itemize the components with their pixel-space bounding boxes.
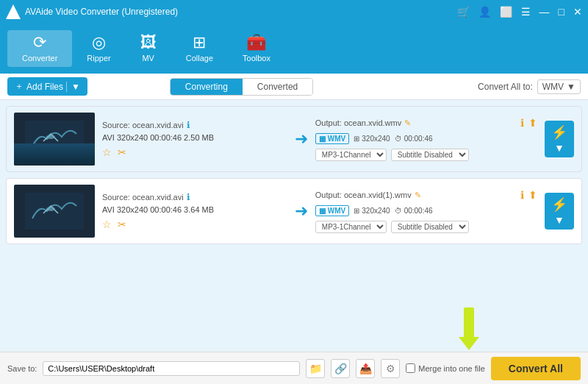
format-badge-label-2: WMV bbox=[328, 207, 345, 215]
save-path-input[interactable] bbox=[43, 361, 300, 376]
merge-label: Merge into one file bbox=[418, 364, 485, 373]
output-label-2: Output: ocean.xvid(1).wmv bbox=[315, 191, 412, 199]
res-value-1: 320x240 bbox=[362, 135, 390, 143]
convert-side-icon-1: ⚡ bbox=[551, 124, 567, 141]
close-icon[interactable]: ✕ bbox=[573, 6, 582, 18]
maximize-icon[interactable]: □ bbox=[559, 6, 564, 18]
add-files-label: Add Files bbox=[26, 82, 63, 92]
res-icon-1: ⊞ bbox=[354, 135, 359, 143]
file-meta-1: AVI 320x240 00:00:46 2.50 MB bbox=[102, 133, 287, 142]
format-badge-icon-2: ▦ bbox=[319, 207, 326, 215]
merge-checkbox-input[interactable] bbox=[406, 363, 415, 373]
convert-side-dropdown-1[interactable]: ▼ bbox=[554, 142, 564, 154]
source-label-2: Source: ocean.xvid.avi bbox=[102, 193, 184, 202]
format-badge-label-1: WMV bbox=[328, 135, 345, 143]
navbar: ⟳ Converter ◎ Ripper 🖼 MV ⊞ Collage 🧰 To… bbox=[0, 24, 588, 74]
toolbox-icon: 🧰 bbox=[246, 35, 266, 51]
svg-point-1 bbox=[46, 135, 55, 139]
subtitle-select-2[interactable]: Subtitle Disabled bbox=[391, 221, 469, 233]
output-name-row-1: Output: ocean.xvid.wmv ✎ ℹ ⬆ bbox=[315, 117, 537, 129]
user-icon[interactable]: 👤 bbox=[478, 6, 491, 18]
convert-all-to-label: Convert All to: bbox=[478, 82, 533, 92]
audio-select-2[interactable]: MP3-1Channel bbox=[315, 221, 387, 233]
nav-converter[interactable]: ⟳ Converter bbox=[7, 30, 72, 67]
nav-ripper-label: Ripper bbox=[87, 54, 110, 63]
settings-button[interactable]: ⚙ bbox=[381, 359, 400, 378]
titlebar-controls: 🛒 👤 ⬜ ☰ — □ ✕ bbox=[457, 6, 582, 18]
share-button[interactable]: 📤 bbox=[356, 359, 375, 378]
edit-icon-1[interactable]: ✎ bbox=[404, 118, 411, 128]
output-selects-2: MP3-1Channel Subtitle Disabled bbox=[315, 221, 537, 233]
time-value-1: 00:00:46 bbox=[404, 135, 433, 143]
clock-icon-2: ⏱ bbox=[395, 207, 402, 215]
clock-icon-1: ⏱ bbox=[395, 135, 402, 143]
output-label-1: Output: ocean.xvid.wmv bbox=[315, 118, 401, 127]
format-selector[interactable]: WMV ▼ bbox=[537, 79, 581, 94]
subtitle-select-1[interactable]: Subtitle Disabled bbox=[391, 149, 469, 161]
output-name-row-2: Output: ocean.xvid(1).wmv ✎ ℹ ⬆ bbox=[315, 189, 537, 201]
convert-all-to-section: Convert All to: WMV ▼ bbox=[478, 79, 581, 94]
format-value: WMV bbox=[542, 82, 564, 92]
time-value-2: 00:00:46 bbox=[404, 207, 433, 215]
convert-side-dropdown-2[interactable]: ▼ bbox=[554, 214, 564, 226]
output-info-2: Output: ocean.xvid(1).wmv ✎ ℹ ⬆ ▦ WMV ⊞ … bbox=[315, 189, 537, 233]
merge-checkbox[interactable]: Merge into one file bbox=[406, 363, 485, 373]
output-row-1: ▦ WMV ⊞ 320x240 ⏱ 00:00:46 bbox=[315, 133, 537, 144]
info-btn-1[interactable]: ℹ bbox=[520, 117, 524, 129]
convert-side-btn-1[interactable]: ⚡ ▼ bbox=[545, 121, 574, 157]
toolbar: ＋ Add Files ▼ Converting Converted Conve… bbox=[0, 74, 588, 100]
cut-icon-1[interactable]: ✂ bbox=[118, 146, 126, 158]
format-badge-1: ▦ WMV bbox=[315, 133, 349, 144]
tab-group: Converting Converted bbox=[170, 78, 313, 96]
file-source-2: Source: ocean.xvid.avi ℹ bbox=[102, 192, 287, 202]
info-icon-2[interactable]: ℹ bbox=[187, 192, 190, 202]
convert-arrow-2: ➜ bbox=[295, 202, 308, 221]
thumbnail-preview-2 bbox=[25, 193, 84, 230]
output-icons-2: ℹ ⬆ bbox=[520, 189, 537, 201]
collage-icon: ⊞ bbox=[193, 35, 206, 51]
download-indicator bbox=[459, 307, 479, 350]
download-icon-2[interactable]: ⬆ bbox=[528, 189, 537, 201]
info-icon-1[interactable]: ℹ bbox=[187, 120, 190, 130]
format-badge-2: ▦ WMV bbox=[315, 205, 349, 216]
audio-select-1[interactable]: MP3-1Channel bbox=[315, 149, 387, 161]
time-badge-2: ⏱ 00:00:46 bbox=[395, 207, 433, 215]
format-dropdown-icon: ▼ bbox=[567, 82, 576, 92]
file-actions-1: ☆ ✂ bbox=[102, 146, 287, 158]
nav-mv[interactable]: 🖼 MV bbox=[126, 30, 171, 67]
output-icons-1: ℹ ⬆ bbox=[520, 117, 537, 129]
file-item: Source: ocean.xvid.avi ℹ AVI 320x240 00:… bbox=[6, 106, 582, 172]
cut-icon-2[interactable]: ✂ bbox=[118, 218, 126, 230]
link-button[interactable]: 🔗 bbox=[331, 359, 350, 378]
arrow-shaft bbox=[464, 307, 474, 337]
add-files-button[interactable]: ＋ Add Files ▼ bbox=[7, 77, 87, 96]
nav-mv-label: MV bbox=[142, 54, 154, 63]
file-actions-2: ☆ ✂ bbox=[102, 218, 287, 230]
edit-icon-2[interactable]: ✎ bbox=[415, 191, 421, 200]
info-btn-2[interactable]: ℹ bbox=[520, 189, 524, 201]
menu-icon[interactable]: ☰ bbox=[521, 6, 531, 18]
file-info-2: Source: ocean.xvid.avi ℹ AVI 320x240 00:… bbox=[102, 192, 287, 230]
nav-collage[interactable]: ⊞ Collage bbox=[171, 30, 228, 67]
tab-converting[interactable]: Converting bbox=[171, 79, 243, 95]
output-row-2: ▦ WMV ⊞ 320x240 ⏱ 00:00:46 bbox=[315, 205, 537, 216]
minimize-icon[interactable]: — bbox=[539, 6, 550, 18]
res-badge-2: ⊞ 320x240 bbox=[354, 207, 390, 215]
convert-side-icon-2: ⚡ bbox=[551, 196, 567, 213]
folder-browse-button[interactable]: 📁 bbox=[306, 359, 325, 378]
star-icon-1[interactable]: ☆ bbox=[102, 146, 112, 158]
nav-ripper[interactable]: ◎ Ripper bbox=[72, 30, 125, 67]
nav-toolbox[interactable]: 🧰 Toolbox bbox=[228, 30, 285, 67]
cart-icon[interactable]: 🛒 bbox=[457, 6, 470, 18]
tab-converted[interactable]: Converted bbox=[243, 79, 312, 95]
convert-all-button[interactable]: Convert All bbox=[491, 357, 581, 380]
app-logo bbox=[6, 4, 21, 19]
convert-side-btn-2[interactable]: ⚡ ▼ bbox=[545, 193, 574, 230]
download-icon-1[interactable]: ⬆ bbox=[528, 117, 537, 129]
file-meta-2: AVI 320x240 00:00:46 3.64 MB bbox=[102, 205, 287, 214]
add-files-dropdown-arrow[interactable]: ▼ bbox=[66, 82, 80, 92]
window-icon[interactable]: ⬜ bbox=[500, 6, 512, 18]
thumbnail-1 bbox=[14, 113, 95, 166]
format-badge-icon-1: ▦ bbox=[319, 135, 326, 143]
star-icon-2[interactable]: ☆ bbox=[102, 218, 112, 230]
